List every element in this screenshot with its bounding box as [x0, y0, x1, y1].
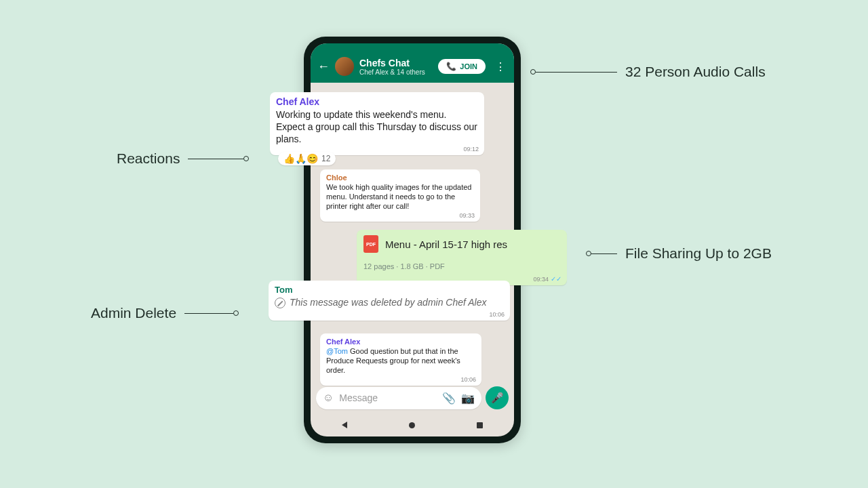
reaction-emojis: 👍🙏😊 [283, 153, 318, 164]
chat-title: Chefs Chat [359, 58, 425, 68]
annotation-reactions: Reactions [117, 150, 249, 167]
message-body: We took high quality images for the upda… [326, 183, 474, 218]
message-body: @Tom Good question but put that in the P… [326, 347, 475, 382]
reaction-count: 12 [321, 154, 330, 163]
message-input[interactable]: ☺ Message 📎 📷 [316, 387, 481, 409]
message-time: 10:06 [460, 376, 476, 383]
more-icon[interactable]: ⋮ [491, 60, 507, 73]
join-label: JOIN [460, 62, 477, 70]
mention: @Tom [326, 347, 348, 355]
back-icon[interactable]: ← [317, 60, 330, 74]
message-time: 09:33 [459, 212, 475, 219]
reactions-pill[interactable]: 👍🙏😊 12 [278, 152, 336, 165]
message-chef-alex-2[interactable]: Chef Alex @Tom Good question but put tha… [320, 333, 481, 386]
annotation-label: 32 Person Audio Calls [625, 64, 766, 80]
message-chloe[interactable]: Chloe We took high quality images for th… [320, 169, 480, 222]
sender-name: Chef Alex [326, 338, 475, 346]
mic-icon: 🎤 [491, 392, 504, 404]
pdf-icon: PDF [363, 235, 378, 253]
emoji-icon[interactable]: ☺ [323, 392, 334, 404]
deleted-icon [275, 298, 285, 308]
read-ticks-icon: ✓✓ [551, 275, 561, 283]
annotation-label: Reactions [117, 150, 180, 167]
phone-frame: ← Chefs Chat Chef Alex & 14 others 📞 JOI… [304, 37, 521, 443]
deleted-message[interactable]: Tom This message was deleted by admin Ch… [269, 281, 510, 321]
android-navbar [311, 413, 514, 436]
input-bar: ☺ Message 📎 📷 🎤 [316, 386, 509, 409]
screen: ← Chefs Chat Chef Alex & 14 others 📞 JOI… [311, 43, 514, 436]
message-chef-alex-1[interactable]: Chef Alex Working to update this weekend… [270, 92, 484, 155]
header-text[interactable]: Chefs Chat Chef Alex & 14 others [359, 58, 425, 76]
chat-area: Chef Alex Working to update this weekend… [311, 84, 514, 412]
input-placeholder: Message [339, 392, 437, 403]
chat-header: ← Chefs Chat Chef Alex & 14 others 📞 JOI… [311, 43, 514, 83]
camera-icon[interactable]: 📷 [461, 392, 475, 405]
chat-subtitle: Chef Alex & 14 others [359, 68, 425, 76]
deleted-text: This message was deleted by admin Chef A… [290, 296, 487, 308]
file-attachment-bubble[interactable]: PDF Menu - April 15-17 high res 12 pages… [357, 230, 567, 285]
attach-icon[interactable]: 📎 [442, 392, 456, 405]
annotation-label: Admin Delete [91, 305, 176, 321]
sender-name: Chloe [326, 174, 474, 182]
phone-icon: 📞 [446, 62, 456, 71]
message-time: 09:34✓✓ [533, 275, 561, 283]
message-time: 09:12 [463, 146, 479, 152]
file-name: Menu - April 15-17 high res [385, 239, 507, 250]
message-body: Working to update this weekend's menu. E… [276, 108, 478, 151]
join-call-button[interactable]: 📞 JOIN [438, 59, 486, 74]
annotation-audio-calls: 32 Person Audio Calls [530, 64, 766, 80]
nav-recent-icon[interactable] [477, 422, 483, 428]
group-avatar[interactable] [335, 57, 354, 76]
mic-button[interactable]: 🎤 [486, 386, 509, 409]
nav-back-icon[interactable] [342, 422, 347, 428]
annotation-admin-delete: Admin Delete [91, 305, 239, 321]
sender-name: Chef Alex [276, 96, 478, 107]
nav-home-icon[interactable] [409, 422, 415, 428]
file-meta: 12 pages · 1.8 GB · PDF [363, 262, 560, 270]
sender-name: Tom [275, 285, 504, 295]
annotation-file-sharing: File Sharing Up to 2GB [586, 245, 772, 262]
message-time: 10:06 [489, 311, 505, 318]
annotation-label: File Sharing Up to 2GB [625, 245, 772, 262]
